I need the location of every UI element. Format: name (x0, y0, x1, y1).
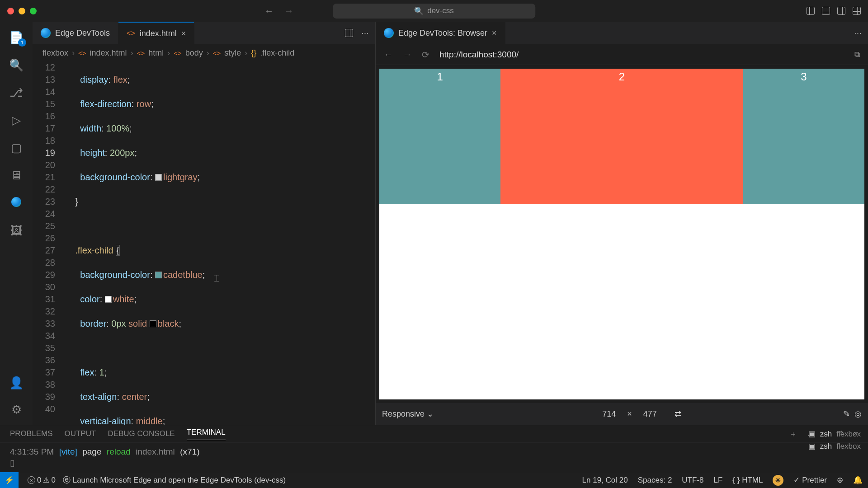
browser-viewport[interactable]: 1 2 3 (379, 69, 864, 399)
code-editor[interactable]: 1213141516171819202122232425262728293031… (33, 61, 375, 425)
viewport-width-input[interactable] (595, 409, 623, 419)
editor-group-left: Edge DevTools <>index.html× ⋯ flexbox› <… (33, 22, 375, 425)
feedback-icon[interactable]: ⊕ (837, 475, 843, 485)
command-center[interactable]: 🔍 dev-css (333, 4, 535, 19)
terminal-icon: ▣ (808, 429, 816, 439)
code-content[interactable]: display: flex; flex-direction: row; widt… (65, 61, 375, 425)
extensions-icon[interactable]: ▢ (11, 141, 22, 155)
layout-panel-icon[interactable] (822, 7, 830, 15)
encoding[interactable]: UTF-8 (682, 476, 703, 485)
rendered-flexbox: 1 2 3 (379, 69, 864, 204)
explorer-badge: 1 (18, 38, 26, 47)
breadcrumb-sym[interactable]: html (148, 48, 164, 58)
new-terminal-icon[interactable]: ＋ (789, 429, 797, 439)
language-mode[interactable]: { } HTML (732, 476, 763, 485)
breadcrumb-file[interactable]: index.html (90, 48, 127, 58)
more-actions-icon[interactable]: ⋯ (854, 28, 862, 38)
warning-icon: ⚠ (43, 476, 49, 484)
breadcrumb-sym[interactable]: style (224, 48, 241, 58)
more-actions-icon[interactable]: ⋯ (361, 28, 369, 38)
problems-indicator[interactable]: ×0 ⚠0 (28, 476, 56, 485)
remote-indicator[interactable]: ⚡ (0, 472, 19, 488)
cursor-position[interactable]: Ln 19, Col 20 (582, 476, 628, 485)
terminal-entry[interactable]: ▣zshflexbox (808, 429, 861, 439)
nav-back-icon[interactable]: ← (264, 6, 274, 16)
breadcrumb-sym-icon: <> (213, 49, 221, 57)
tab-output[interactable]: OUTPUT (64, 429, 96, 438)
source-control-icon[interactable]: ⎇ (9, 86, 23, 100)
color-swatch-icon[interactable] (155, 174, 162, 181)
close-dot[interactable] (7, 8, 14, 14)
color-swatch-icon[interactable] (150, 320, 156, 327)
eol[interactable]: LF (714, 476, 723, 485)
tab-label: Edge DevTools (55, 28, 110, 38)
tab-label: Edge DevTools: Browser (398, 28, 487, 38)
line-gutter: 1213141516171819202122232425262728293031… (33, 61, 65, 425)
browser-forward-icon[interactable]: → (403, 49, 412, 60)
responsive-dropdown[interactable]: Responsive ⌄ (382, 409, 434, 419)
flex-box-3: 3 (743, 69, 864, 204)
minimize-dot[interactable] (19, 8, 25, 14)
search-view-icon[interactable]: 🔍 (9, 58, 24, 72)
breadcrumb-sym-icon: <> (174, 49, 182, 57)
explorer-icon[interactable]: 📄1 (9, 31, 24, 45)
layout-primary-icon[interactable] (807, 7, 815, 15)
search-text: dev-css (427, 6, 454, 15)
url-input[interactable]: http://localhost:3000/ (439, 50, 844, 60)
terminal-output[interactable]: 4:31:35 PM [vite] page reload index.html… (0, 443, 868, 472)
settings-gear-icon[interactable]: ⚙ (11, 403, 22, 417)
text-cursor-icon: ⌶ (214, 272, 219, 284)
edge-tools-icon[interactable] (11, 196, 21, 210)
rotate-icon[interactable]: ⇄ (675, 409, 681, 419)
accounts-icon[interactable]: 👤 (9, 376, 24, 390)
run-debug-icon[interactable]: ▷ (12, 113, 21, 127)
terminal-tag: [vite] (59, 447, 77, 456)
maximize-dot[interactable] (30, 8, 37, 14)
tab-edge-devtools[interactable]: Edge DevTools (33, 22, 118, 44)
tab-devtools-browser[interactable]: Edge DevTools: Browser× (376, 22, 505, 44)
split-editor-icon[interactable] (345, 29, 353, 37)
close-tab-icon[interactable]: × (181, 29, 186, 38)
error-icon: × (28, 476, 35, 484)
nav-forward-icon[interactable]: → (284, 6, 293, 16)
breadcrumb-class-icon: {} (251, 48, 256, 58)
titlebar: ← → 🔍 dev-css (0, 0, 868, 22)
flex-box-1: 1 (379, 69, 500, 204)
breadcrumb-sym[interactable]: body (185, 48, 203, 58)
terminal-entry[interactable]: ▣zshflexbox (808, 441, 861, 451)
wand-icon[interactable]: ✎ (843, 409, 850, 419)
color-swatch-icon[interactable] (105, 296, 112, 303)
bell-icon[interactable]: 🔔 (853, 475, 863, 485)
terminal-time: 4:31:35 PM (10, 447, 54, 456)
layout-secondary-icon[interactable] (837, 7, 845, 15)
eslint-badge-icon[interactable]: ✳ (773, 475, 783, 486)
indentation[interactable]: Spaces: 2 (638, 476, 672, 485)
editor-tabs: Edge DevTools <>index.html× ⋯ (33, 22, 375, 44)
remote-explorer-icon[interactable]: 🖥 (10, 169, 22, 183)
breadcrumb-folder[interactable]: flexbox (42, 48, 68, 58)
breadcrumb-sym[interactable]: .flex-child (260, 48, 294, 58)
layout-customize-icon[interactable] (853, 7, 861, 15)
open-external-icon[interactable]: ⧉ (854, 50, 860, 59)
tab-debug-console[interactable]: DEBUG CONSOLE (108, 429, 175, 438)
browser-back-icon[interactable]: ← (384, 49, 393, 60)
html-file-icon: <> (127, 29, 135, 38)
breadcrumb[interactable]: flexbox› <>index.html› <>html› <>body› <… (33, 44, 375, 61)
chevron-down-icon: ⌄ (427, 409, 434, 418)
tab-problems[interactable]: PROBLEMS (10, 429, 52, 438)
launch-task-button[interactable]: ⓔ Launch Microsoft Edge and open the Edg… (63, 475, 286, 485)
tab-index-html[interactable]: <>index.html× (118, 22, 194, 44)
browser-reload-icon[interactable]: ⟳ (422, 49, 429, 60)
color-swatch-icon[interactable] (155, 272, 162, 278)
edge-small-icon: ⓔ (63, 476, 71, 484)
image-icon[interactable]: 🖼 (10, 224, 22, 238)
close-tab-icon[interactable]: × (492, 28, 497, 38)
flex-box-2: 2 (500, 69, 743, 204)
prettier-status[interactable]: ✓ Prettier (793, 475, 827, 485)
bottom-panel: PROBLEMS OUTPUT DEBUG CONSOLE TERMINAL ＋… (0, 425, 868, 472)
tab-terminal[interactable]: TERMINAL (187, 428, 226, 440)
editor-group-right: Edge DevTools: Browser× ⋯ ← → ⟳ http://l… (375, 22, 868, 425)
viewport-height-input[interactable] (637, 409, 664, 419)
target-icon[interactable]: ◎ (854, 409, 862, 419)
dimension-x: × (627, 409, 632, 419)
